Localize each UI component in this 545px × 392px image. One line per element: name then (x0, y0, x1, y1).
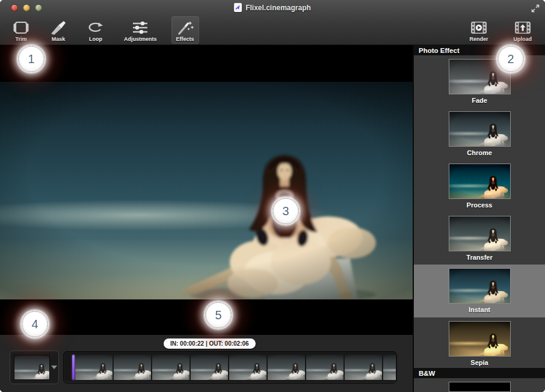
effect-thumbnail (449, 321, 511, 357)
callout-1: 1 (18, 46, 45, 72)
sliders-icon (131, 19, 149, 35)
filmstrip-frame[interactable] (191, 355, 228, 380)
toolbar-left: Trim Mask Loop (7, 16, 199, 44)
callout-2: 2 (497, 46, 524, 72)
filmstrip-frame[interactable] (383, 355, 396, 380)
effect-item-fade[interactable]: Fade (414, 55, 545, 108)
clip-selector[interactable] (10, 351, 59, 384)
main-column: IN: 00:00:22 | OUT: 00:02:06 (0, 45, 413, 392)
photo-effect-section-header: Photo Effect (414, 45, 545, 55)
effect-thumbnail (449, 382, 511, 392)
timeline-panel: IN: 00:00:22 | OUT: 00:02:06 (0, 335, 413, 392)
effect-thumbnail (449, 164, 511, 199)
toolbar-right: Render Upload (464, 16, 537, 44)
bw-header-label: B&W (419, 370, 435, 377)
effect-label: Sepia (470, 359, 488, 366)
effect-label: Chrome (467, 149, 492, 156)
document-proxy-icon (234, 3, 242, 12)
filmstrip-frame[interactable] (268, 355, 305, 380)
in-out-label: IN: 00:00:22 | OUT: 00:02:06 (170, 340, 249, 347)
chevron-down-icon (51, 366, 57, 369)
filmstrip[interactable] (63, 351, 397, 384)
effects-button[interactable]: Effects (171, 16, 199, 44)
callout-4: 4 (22, 311, 48, 337)
titlebar: Flixel.cinemagraph (0, 0, 545, 16)
callout-number: 4 (31, 317, 38, 331)
loop-arrows-icon (87, 19, 105, 35)
effects-sidebar: Photo Effect Fade Chrome Process Transfe… (413, 45, 545, 392)
brush-icon (49, 19, 67, 35)
effect-item-transfer[interactable]: Transfer (414, 212, 545, 265)
effect-item-chrome[interactable]: Chrome (414, 108, 545, 160)
adjustments-label: Adjustments (124, 36, 157, 42)
adjustments-button[interactable]: Adjustments (119, 16, 162, 44)
trim-button[interactable]: Trim (7, 16, 35, 44)
video-preview (0, 45, 413, 335)
callout-number: 3 (282, 204, 289, 218)
callout-number: 1 (28, 52, 34, 66)
effect-item-sepia[interactable]: Sepia (414, 317, 545, 368)
window-title: Flixel.cinemagraph (245, 4, 311, 12)
effects-label: Effects (176, 36, 194, 42)
effect-label: Instant (469, 306, 490, 313)
film-upload-icon (514, 19, 531, 35)
clip-thumbnail (14, 355, 50, 380)
in-out-badge: IN: 00:00:22 | OUT: 00:02:06 (164, 338, 256, 349)
trim-icon (12, 19, 30, 35)
effect-thumbnail (449, 268, 511, 304)
callout-number: 5 (215, 308, 221, 322)
callout-number: 2 (507, 52, 514, 66)
filmstrip-frame[interactable] (152, 355, 189, 380)
filmstrip-frame[interactable] (75, 355, 112, 380)
effect-label: Transfer (466, 254, 492, 261)
loop-button[interactable]: Loop (82, 16, 109, 44)
filmstrip-frame[interactable] (229, 355, 266, 380)
app-window: Flixel.cinemagraph Trim (0, 0, 545, 392)
effect-thumbnail (449, 216, 511, 251)
trim-label: Trim (15, 36, 26, 42)
magic-wand-icon (176, 19, 194, 35)
effect-thumbnail (449, 111, 511, 147)
callout-5: 5 (205, 302, 232, 328)
upload-button[interactable]: Upload (509, 16, 537, 44)
filmstrip-frame[interactable] (306, 355, 343, 380)
callout-3: 3 (272, 198, 299, 224)
filmstrip-frame[interactable] (345, 355, 382, 380)
render-button[interactable]: Render (464, 16, 493, 44)
fullscreen-expand-icon[interactable] (531, 4, 540, 13)
effect-item-instant[interactable]: Instant (414, 265, 545, 317)
effect-label: Process (467, 201, 493, 209)
loop-label: Loop (89, 36, 102, 42)
mask-label: Mask (52, 36, 66, 42)
clip-dropdown[interactable] (50, 366, 58, 369)
cinemagraph-frame (0, 82, 413, 299)
effect-item-process[interactable]: Process (414, 160, 545, 212)
photo-effect-header-label: Photo Effect (419, 47, 460, 54)
mask-button[interactable]: Mask (45, 16, 72, 44)
film-play-icon (470, 19, 487, 35)
effect-label: Fade (472, 97, 487, 104)
render-label: Render (469, 36, 488, 42)
bw-section-header: B&W (414, 368, 545, 378)
trim-playhead[interactable] (72, 355, 75, 380)
effect-item-bw[interactable] (414, 378, 545, 392)
filmstrip-frame[interactable] (114, 355, 151, 380)
window-chrome: Flixel.cinemagraph Trim (0, 0, 545, 45)
upload-label: Upload (514, 36, 532, 42)
filmstrip-frames (75, 355, 396, 380)
